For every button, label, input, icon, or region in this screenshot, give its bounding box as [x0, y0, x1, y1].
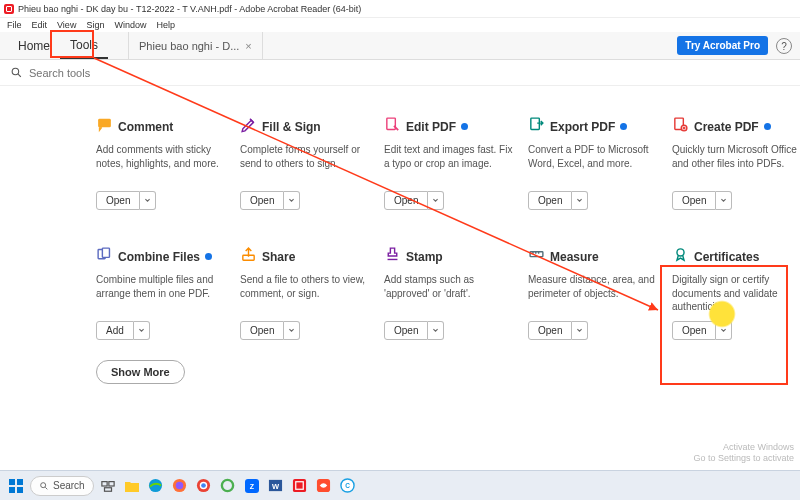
- export-icon: [528, 116, 545, 137]
- card-open-button[interactable]: Open: [528, 321, 572, 340]
- tool-card-stamp: Stamp Add stamps such as 'approved' or '…: [384, 246, 516, 340]
- close-icon[interactable]: ×: [245, 40, 251, 52]
- taskbar-classin-icon[interactable]: C: [338, 476, 358, 496]
- pro-badge-icon: [764, 123, 771, 130]
- svg-text:C: C: [345, 482, 350, 489]
- card-description: Combine multiple files and arrange them …: [96, 273, 228, 313]
- card-open-button[interactable]: Open: [240, 191, 284, 210]
- card-dropdown-button[interactable]: [284, 191, 300, 210]
- menu-file[interactable]: File: [2, 20, 27, 30]
- start-button[interactable]: [6, 476, 26, 496]
- show-more-button[interactable]: Show More: [96, 360, 185, 384]
- taskbar-taskview-icon[interactable]: [98, 476, 118, 496]
- window-title: Phieu bao nghi - DK day bu - T12-2022 - …: [18, 4, 361, 14]
- svg-point-25: [176, 482, 184, 490]
- taskbar-acrobat-icon[interactable]: [290, 476, 310, 496]
- card-open-button[interactable]: Open: [96, 191, 140, 210]
- svg-rect-17: [17, 487, 23, 493]
- svg-line-19: [45, 487, 47, 489]
- menubar: File Edit View Sign Window Help: [0, 18, 800, 32]
- card-open-button[interactable]: Open: [384, 191, 428, 210]
- search-input[interactable]: [29, 67, 229, 79]
- menu-view[interactable]: View: [52, 20, 81, 30]
- card-open-button[interactable]: Open: [240, 321, 284, 340]
- menu-window[interactable]: Window: [109, 20, 151, 30]
- card-description: Add comments with sticky notes, highligh…: [96, 143, 228, 183]
- tool-card-share: Share Send a file to others to view, com…: [240, 246, 372, 340]
- card-open-button[interactable]: Open: [672, 321, 716, 340]
- card-description: Complete forms yourself or send to other…: [240, 143, 372, 183]
- card-title: Certificates: [694, 250, 759, 264]
- taskbar-chrome-icon[interactable]: [194, 476, 214, 496]
- card-dropdown-button[interactable]: [572, 191, 588, 210]
- svg-point-18: [41, 482, 46, 487]
- editpdf-icon: [384, 116, 401, 137]
- pro-badge-icon: [620, 123, 627, 130]
- create-icon: [672, 116, 689, 137]
- menu-edit[interactable]: Edit: [27, 20, 53, 30]
- svg-point-28: [201, 483, 206, 488]
- taskbar-word-icon[interactable]: W: [266, 476, 286, 496]
- card-title: Fill & Sign: [262, 120, 321, 134]
- tool-card-cert: Certificates Digitally sign or certify d…: [672, 246, 800, 340]
- try-acrobat-button[interactable]: Try Acrobat Pro: [677, 36, 768, 55]
- taskbar-firefox-icon[interactable]: [170, 476, 190, 496]
- menu-sign[interactable]: Sign: [81, 20, 109, 30]
- share-icon: [240, 246, 257, 267]
- titlebar: Phieu bao nghi - DK day bu - T12-2022 - …: [0, 0, 800, 18]
- card-open-button[interactable]: Add: [96, 321, 134, 340]
- acrobat-logo-icon: [4, 4, 14, 14]
- svg-point-12: [677, 249, 684, 256]
- menu-help[interactable]: Help: [151, 20, 180, 30]
- taskbar-explorer-icon[interactable]: [122, 476, 142, 496]
- taskbar-coccoc-icon[interactable]: [218, 476, 238, 496]
- tools-content: Comment Add comments with sticky notes, …: [0, 86, 800, 470]
- pro-badge-icon: [205, 253, 212, 260]
- card-dropdown-button[interactable]: [284, 321, 300, 340]
- svg-rect-21: [109, 481, 114, 485]
- svg-rect-8: [102, 248, 109, 257]
- tabbar: Home Tools Phieu bao nghi - D... × Try A…: [0, 32, 800, 60]
- card-title: Stamp: [406, 250, 443, 264]
- card-description: Add stamps such as 'approved' or 'draft'…: [384, 273, 516, 313]
- tab-document[interactable]: Phieu bao nghi - D... ×: [128, 32, 263, 59]
- card-open-button[interactable]: Open: [528, 191, 572, 210]
- measure-icon: [528, 246, 545, 267]
- tool-card-comment: Comment Add comments with sticky notes, …: [96, 116, 228, 210]
- activate-windows-watermark: Activate Windows Go to Settings to activ…: [693, 442, 794, 464]
- tool-card-create: Create PDF Quickly turn Microsoft Office…: [672, 116, 800, 210]
- card-open-button[interactable]: Open: [384, 321, 428, 340]
- card-dropdown-button[interactable]: [134, 321, 150, 340]
- card-dropdown-button[interactable]: [428, 191, 444, 210]
- card-dropdown-button[interactable]: [716, 321, 732, 340]
- svg-rect-15: [17, 479, 23, 485]
- card-dropdown-button[interactable]: [140, 191, 156, 210]
- card-dropdown-button[interactable]: [716, 191, 732, 210]
- stamp-icon: [384, 246, 401, 267]
- svg-rect-14: [9, 479, 15, 485]
- taskbar-zalo-icon[interactable]: Z: [242, 476, 262, 496]
- tool-card-combine: Combine Files Combine multiple files and…: [96, 246, 228, 340]
- taskbar-search[interactable]: Search: [30, 476, 94, 496]
- card-title: Export PDF: [550, 120, 615, 134]
- card-title: Create PDF: [694, 120, 759, 134]
- card-description: Quickly turn Microsoft Office and other …: [672, 143, 800, 183]
- card-title: Share: [262, 250, 295, 264]
- card-title: Combine Files: [118, 250, 200, 264]
- card-open-button[interactable]: Open: [672, 191, 716, 210]
- cert-icon: [672, 246, 689, 267]
- tool-card-fillsign: Fill & Sign Complete forms yourself or s…: [240, 116, 372, 210]
- card-title: Comment: [118, 120, 173, 134]
- combine-icon: [96, 246, 113, 267]
- taskbar-xmind-icon[interactable]: [314, 476, 334, 496]
- tab-home[interactable]: Home: [8, 34, 60, 58]
- svg-text:Z: Z: [250, 483, 255, 490]
- tab-document-label: Phieu bao nghi - D...: [139, 40, 239, 52]
- tab-tools[interactable]: Tools: [60, 33, 108, 59]
- card-dropdown-button[interactable]: [572, 321, 588, 340]
- svg-rect-34: [293, 479, 306, 492]
- taskbar-edge-icon[interactable]: [146, 476, 166, 496]
- svg-point-0: [12, 68, 19, 75]
- card-dropdown-button[interactable]: [428, 321, 444, 340]
- help-icon[interactable]: ?: [776, 38, 792, 54]
